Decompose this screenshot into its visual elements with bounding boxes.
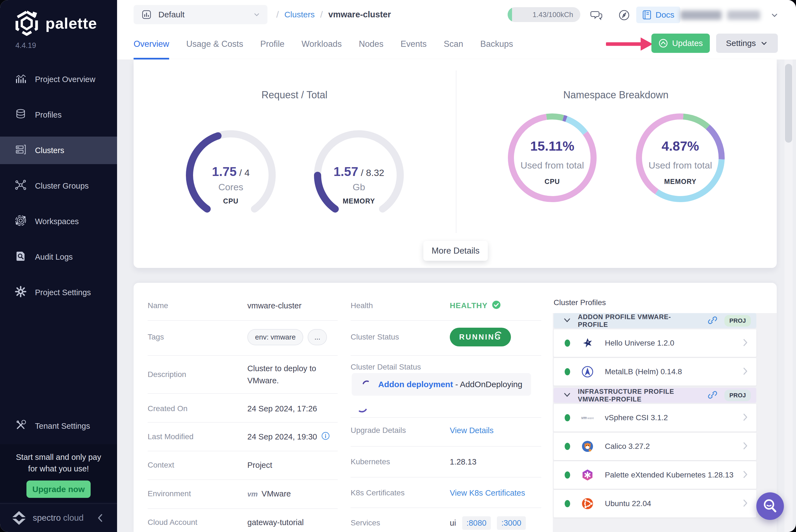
profile-layer-label: Hello Universe 1.2.0	[605, 339, 674, 347]
tab-events[interactable]: Events	[400, 29, 427, 59]
tab-overview[interactable]: Overview	[134, 29, 169, 59]
tag-chip[interactable]: env: vmware	[247, 329, 303, 345]
profile-layer-row[interactable]: Palette eXtended Kubernetes 1.28.13	[554, 461, 756, 489]
profile-layer-label: Calico 3.27.2	[605, 442, 650, 451]
sidebar-item-label: Audit Logs	[35, 252, 73, 262]
profile-layer-row[interactable]: MetalLB (Helm) 0.14.8	[554, 358, 756, 385]
chevron-right-icon	[743, 413, 748, 423]
context-label: Context	[148, 461, 247, 470]
spinner-icon	[354, 398, 371, 415]
database-icon	[15, 108, 27, 122]
user-menu-chevron-icon[interactable]	[771, 11, 779, 19]
tab-workloads[interactable]: Workloads	[302, 29, 342, 59]
chevron-right-icon	[743, 499, 748, 509]
detail-row-upgrade-details: Upgrade DetailsView Details	[350, 417, 541, 444]
footer-brand2: cloud	[63, 513, 83, 522]
upgrade-now-button[interactable]: Upgrade now	[26, 480, 91, 498]
breadcrumb-clusters-link[interactable]: Clusters	[284, 10, 315, 19]
addon-deployment-link[interactable]: Addon deployment	[378, 380, 453, 389]
book-icon	[642, 10, 652, 20]
view-details-link[interactable]: View Details	[450, 426, 494, 435]
feedback-chat-icon[interactable]	[590, 8, 604, 22]
project-selector[interactable]: Default	[134, 5, 267, 24]
info-icon[interactable]	[321, 432, 330, 442]
profile-group-header[interactable]: ADDON PROFILE VMWARE-PROFILE PROJ	[554, 313, 756, 328]
cluster-tabs: OverviewUsage & CostsProfileWorkloadsNod…	[134, 29, 513, 59]
sidebar-item-project-settings[interactable]: Project Settings	[0, 279, 117, 306]
sidebar-item-clusters[interactable]: Clusters	[0, 137, 117, 164]
scrollbar-thumb[interactable]	[785, 64, 792, 142]
sidebar-item-profiles[interactable]: Profiles	[0, 101, 117, 129]
donut-cpu-label: CPU	[504, 177, 601, 186]
docs-button[interactable]: Docs	[636, 6, 680, 23]
sidebar-item-cluster-groups[interactable]: Cluster Groups	[0, 172, 117, 200]
profile-layer-row[interactable]: Calico 3.27.2	[554, 433, 756, 460]
row-divider	[148, 393, 338, 394]
chevron-right-icon	[743, 367, 748, 377]
chevron-right-icon	[743, 441, 748, 451]
servers-icon	[15, 144, 27, 157]
sidebar-item-project-overview[interactable]: Project Overview	[0, 65, 117, 93]
status-dot	[565, 340, 570, 347]
health-value: HEALTHY	[450, 300, 501, 311]
cluster-detail-status-box: Addon deployment - AddOnDeploying	[352, 373, 531, 396]
sidebar-item-workspaces[interactable]: Workspaces	[0, 208, 117, 235]
usage-quota-pill[interactable]: 1.43/100kCh	[508, 7, 580, 22]
support-compass-icon[interactable]	[617, 8, 631, 22]
row-divider	[350, 320, 541, 321]
spinner-icon	[362, 379, 372, 390]
view-k8s-certificates-link[interactable]: View K8s Certificates	[450, 489, 525, 498]
detail-row-services: Services ui :8080 :3000	[350, 509, 541, 532]
gauge-memory-value: 1.57 / 8.32	[309, 164, 409, 179]
service-port-link[interactable]: :3000	[497, 516, 526, 530]
breadcrumb-current: vmware-cluster	[328, 10, 391, 20]
collapse-sidebar-icon[interactable]	[96, 512, 105, 524]
profile-layer-label: MetalLB (Helm) 0.14.8	[605, 367, 682, 376]
profile-layer-row[interactable]: vmware vSphere CSI 3.1.2	[554, 404, 756, 432]
sidebar-item-tenant-settings[interactable]: Tenant Settings	[0, 412, 117, 440]
created-on-value: 24 Sep 2024, 17:26	[247, 404, 317, 413]
search-fab-button[interactable]	[756, 492, 784, 520]
detail-row-name: Namevmware-cluster	[148, 292, 338, 319]
profile-group-header[interactable]: INFRASTRUCTURE PROFILE VMWARE-PROFILE PR…	[554, 388, 756, 403]
service-port-link[interactable]: :8080	[462, 516, 491, 530]
profile-layer-label: Ubuntu 22.04	[605, 499, 651, 508]
detail-row-created-on: Created On24 Sep 2024, 17:26	[148, 395, 338, 422]
chevron-right-icon	[743, 470, 748, 480]
detail-row-tags: Tags env: vmware ...	[148, 323, 338, 351]
donut-cpu	[504, 109, 601, 207]
docs-label: Docs	[656, 10, 674, 20]
project-selector-value: Default	[158, 10, 185, 19]
tab-usage-costs[interactable]: Usage & Costs	[186, 29, 243, 59]
tab-scan[interactable]: Scan	[444, 29, 463, 59]
namespace-breakdown-title: Namespace Breakdown	[506, 89, 726, 101]
profile-layer-row[interactable]: Hello Universe 1.2.0	[554, 329, 756, 357]
gauge-memory-label: MEMORY	[309, 197, 409, 205]
gauge-memory-unit: Gb	[309, 182, 409, 192]
updates-button[interactable]: Updates	[651, 34, 710, 53]
sidebar-item-audit-logs[interactable]: Audit Logs	[0, 243, 117, 271]
more-details-button[interactable]: More Details	[423, 241, 488, 261]
tab-backups[interactable]: Backups	[480, 29, 513, 59]
tab-profile[interactable]: Profile	[260, 29, 285, 59]
services-label: Services	[350, 518, 450, 527]
donut-cpu-caption: Used from total	[504, 160, 601, 171]
name-value: vmware-cluster	[247, 301, 302, 310]
settings-button[interactable]: Settings	[716, 34, 778, 53]
network-icon	[15, 179, 27, 193]
detail-row-cluster-status: Cluster StatusRUNNING	[350, 323, 541, 351]
status-dot	[565, 368, 570, 375]
hello-universe-icon	[578, 337, 597, 349]
tags-more-chip[interactable]: ...	[308, 329, 327, 345]
tab-nodes[interactable]: Nodes	[359, 29, 384, 59]
profile-layer-row[interactable]: Ubuntu 22.04	[554, 490, 756, 517]
detail-row-k8s-certificates: K8s CertificatesView K8s Certificates	[350, 479, 541, 507]
sidebar-item-label: Cluster Groups	[35, 182, 89, 191]
addon-deployment-state: - AddOnDeploying	[453, 380, 523, 389]
donut-memory	[631, 109, 729, 207]
row-divider	[148, 320, 338, 321]
tools-icon	[15, 419, 27, 433]
palette-logo-icon	[15, 11, 39, 36]
row-divider	[148, 451, 338, 451]
gauge-cpu-unit: Cores	[181, 182, 280, 192]
